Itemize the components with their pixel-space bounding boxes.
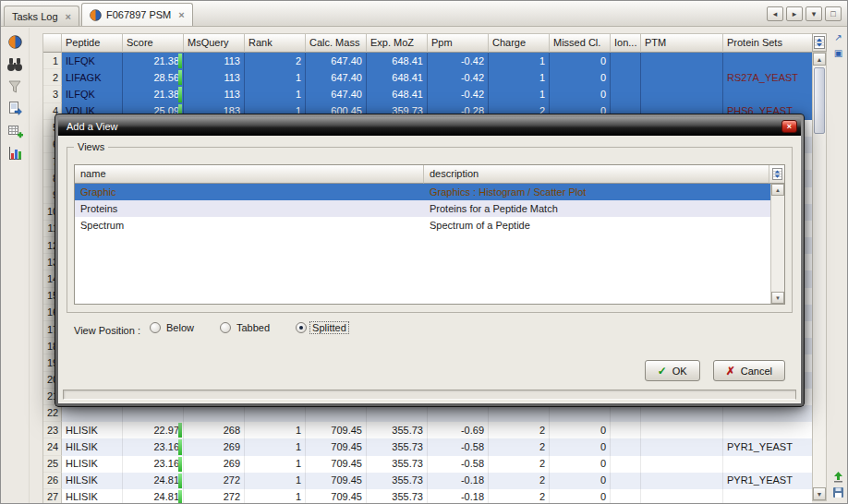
column-header-description[interactable]: description bbox=[424, 165, 769, 184]
cell-calc-mass: 709.45 bbox=[306, 422, 367, 438]
dialog-close-button[interactable]: × bbox=[781, 120, 797, 133]
table-row-2[interactable]: 2LIFAGK28.561131647.40648.41-0.4210RS27A… bbox=[43, 69, 812, 86]
tab-close-icon[interactable]: × bbox=[178, 10, 184, 19]
views-column-settings-button[interactable] bbox=[769, 165, 784, 184]
dialog-title: Add a View bbox=[67, 121, 117, 132]
cell-peptide bbox=[62, 405, 123, 422]
views-group: Views name description GraphicGraphics :… bbox=[67, 147, 793, 313]
cell-score: 22.97 bbox=[123, 422, 184, 438]
radio-tabbed[interactable]: Tabbed bbox=[220, 322, 272, 333]
cell-msquery: 272 bbox=[184, 489, 245, 503]
score-bar bbox=[178, 490, 182, 503]
table-row-23[interactable]: 23HLISIK22.972681709.45355.73-0.6920 bbox=[43, 422, 812, 438]
column-header-ppm[interactable]: Ppm bbox=[428, 34, 489, 53]
export-data-button[interactable] bbox=[4, 99, 27, 118]
cell-ppm: -0.58 bbox=[428, 438, 489, 455]
view-row-graphic[interactable]: GraphicGraphics : Histogram / Scatter Pl… bbox=[75, 184, 770, 200]
cell-missed-cl: 0 bbox=[550, 69, 611, 86]
ok-button[interactable]: ✓ OK bbox=[645, 360, 700, 381]
cell-charge: 2 bbox=[489, 489, 550, 503]
add-table-button[interactable] bbox=[4, 121, 27, 140]
cell-exp-moz: 355.73 bbox=[367, 456, 428, 473]
table-row-22[interactable]: 22 bbox=[43, 405, 812, 422]
cell-rank bbox=[245, 405, 306, 422]
table-row-3[interactable]: 3ILFQK21.381131647.40648.41-0.4210 bbox=[43, 86, 812, 102]
filter-button[interactable] bbox=[4, 77, 27, 96]
cell-charge: 2 bbox=[489, 422, 550, 438]
add-graphic-view-button[interactable] bbox=[4, 143, 27, 162]
tab-f067897-psm[interactable]: F067897 PSM× bbox=[81, 3, 193, 26]
column-header-score[interactable]: Score bbox=[123, 34, 184, 53]
left-toolbar bbox=[1, 28, 30, 503]
tab-list-button[interactable]: ▾ bbox=[806, 6, 822, 21]
cell-rank: 1 bbox=[245, 456, 306, 473]
cell-rank: 1 bbox=[245, 422, 306, 438]
score-bar bbox=[178, 87, 182, 102]
table-row-24[interactable]: 24HILSIK23.162691709.45355.73-0.5820PYR1… bbox=[43, 438, 812, 455]
views-scroll-up-button[interactable]: ▲ bbox=[771, 184, 784, 196]
column-header-exp-moz[interactable]: Exp. MoZ bbox=[367, 34, 428, 53]
save-table-button[interactable] bbox=[830, 486, 846, 499]
radio-below[interactable]: Below bbox=[150, 322, 196, 333]
cell-peptide: HLISIK bbox=[62, 422, 123, 438]
column-header-ion[interactable]: Ion... bbox=[611, 34, 641, 53]
column-header-calc-mass[interactable]: Calc. Mass bbox=[306, 34, 367, 53]
cell-protein-sets: PYR1_YEAST bbox=[723, 438, 812, 455]
column-header-charge[interactable]: Charge bbox=[489, 34, 550, 53]
cell-ion bbox=[611, 405, 641, 422]
cell-ppm: -0.42 bbox=[428, 53, 489, 69]
view-name: Spectrum bbox=[75, 217, 424, 234]
cell-peptide: HILSIK bbox=[62, 473, 123, 489]
cell-protein-sets bbox=[723, 422, 812, 438]
dialog-status-strip bbox=[63, 390, 796, 400]
cancel-label: Cancel bbox=[741, 366, 772, 377]
cell-msquery: 113 bbox=[184, 86, 245, 102]
scroll-tabs-left-button[interactable]: ◂ bbox=[767, 6, 783, 21]
table-row-25[interactable]: 25HLISIK23.162691709.45355.73-0.5820 bbox=[43, 456, 812, 473]
cell-ptm bbox=[641, 86, 723, 102]
table-row-26[interactable]: 26HILSIK24.812721709.45355.73-0.1820PYR1… bbox=[43, 473, 812, 489]
cell-calc-mass: 709.45 bbox=[306, 456, 367, 473]
export-table-button[interactable] bbox=[830, 470, 846, 484]
maximize-view-button[interactable]: ▣ bbox=[830, 46, 846, 60]
column-header-msquery[interactable]: MsQuery bbox=[184, 34, 245, 53]
right-control-strip: ↗ ▣ bbox=[829, 29, 848, 503]
cell-exp-moz bbox=[367, 405, 428, 422]
scroll-down-icon: ▼ bbox=[775, 295, 781, 301]
column-header-missed-cl[interactable]: Missed Cl. bbox=[550, 34, 611, 53]
psm-table-header: PeptideScoreMsQueryRankCalc. MassExp. Mo… bbox=[43, 34, 812, 53]
views-scrollbar[interactable]: ▲ ▼ bbox=[770, 184, 784, 304]
scroll-up-button[interactable]: ▲ bbox=[813, 53, 826, 66]
scroll-tabs-right-button[interactable]: ▸ bbox=[786, 6, 803, 21]
radio-splitted[interactable]: Splitted bbox=[296, 322, 348, 333]
maximize-window-button[interactable]: □ bbox=[825, 6, 842, 21]
tab-tasks-log[interactable]: Tasks Log× bbox=[4, 6, 79, 26]
view-row-spectrum[interactable]: SpectrumSpectrum of a Peptide bbox=[75, 217, 770, 234]
psm-view-button[interactable] bbox=[4, 32, 27, 52]
add-view-dialog: Add a View × Views name description Grap… bbox=[55, 114, 805, 407]
cancel-button[interactable]: ✗ Cancel bbox=[713, 360, 785, 381]
chevron-down-icon: ▾ bbox=[812, 9, 817, 18]
views-scroll-down-button[interactable]: ▼ bbox=[771, 292, 784, 304]
dialog-title-bar[interactable]: Add a View × bbox=[58, 117, 801, 136]
column-header-name[interactable]: name bbox=[75, 165, 424, 184]
table-row-27[interactable]: 27HLISIK24.812721709.45355.73-0.1820 bbox=[43, 489, 812, 503]
cell-score: 21.38 bbox=[123, 53, 184, 69]
scroll-down-button[interactable]: ▼ bbox=[813, 487, 826, 500]
float-view-button[interactable]: ↗ bbox=[830, 30, 846, 44]
cell-charge: 2 bbox=[489, 438, 550, 455]
views-group-label: Views bbox=[74, 141, 108, 152]
column-header-protein-sets[interactable]: Protein Sets bbox=[723, 34, 812, 53]
column-header-ptm[interactable]: PTM bbox=[641, 34, 723, 53]
column-header-rank[interactable]: Rank bbox=[245, 34, 306, 53]
row-number: 27 bbox=[43, 489, 62, 503]
column-header-peptide[interactable]: Peptide bbox=[62, 34, 123, 53]
column-settings-button[interactable] bbox=[812, 33, 827, 52]
table-row-1[interactable]: 1ILFQK21.381132647.40648.41-0.4210 bbox=[43, 53, 812, 69]
score-bar bbox=[178, 423, 182, 438]
vertical-scrollbar[interactable]: ▲ ▼ bbox=[812, 52, 827, 501]
scrollbar-thumb[interactable] bbox=[814, 67, 825, 134]
search-button[interactable] bbox=[4, 54, 27, 74]
view-row-proteins[interactable]: ProteinsProteins for a Peptide Match bbox=[75, 200, 770, 217]
tab-close-icon[interactable]: × bbox=[66, 12, 71, 21]
